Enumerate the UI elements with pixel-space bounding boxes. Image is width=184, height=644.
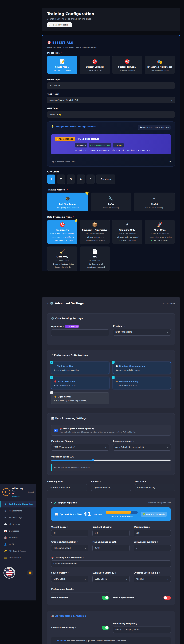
checkbox-unchecked-icon[interactable]: [50, 392, 53, 394]
max-answer-tokens-select[interactable]: 2048 (Recommended) ⌄: [51, 444, 109, 450]
validation-split-slider[interactable]: [51, 460, 171, 460]
sidebar-item-profile[interactable]: 👤 Profile: [0, 541, 36, 548]
help-icon[interactable]: ❓: [66, 189, 68, 191]
sidebar-item-api-keys[interactable]: 🔑 API Keys & Access: [0, 548, 36, 554]
help-icon[interactable]: ?: [63, 326, 64, 328]
help-icon[interactable]: ?: [75, 627, 76, 629]
help-icon[interactable]: ?: [115, 572, 116, 574]
help-icon[interactable]: ?: [157, 541, 158, 543]
gpu-count-2[interactable]: 2: [57, 174, 65, 184]
max-sequence-length-input[interactable]: 2048: [93, 545, 130, 552]
smart-json-splitting-option[interactable]: ✓ ✂️ Smart JSON Answer Splitting Automat…: [51, 425, 171, 436]
opt-flash-attention[interactable]: ✓ ⚡Flash Attention Faster attention comp…: [51, 362, 109, 374]
mixed-precision-toggle[interactable]: [102, 596, 109, 600]
gradient-clipping-input[interactable]: 1.0: [93, 530, 130, 536]
card-full-fine-tuning[interactable]: ⭐ 🎓 Full Fine-Tuning Best quality, most …: [47, 192, 88, 211]
help-icon[interactable]: ❓: [61, 52, 63, 54]
help-icon[interactable]: ?: [67, 526, 68, 528]
enable-ai-monitoring-toggle[interactable]: [102, 626, 109, 630]
sidebar-item-ai-models[interactable]: 🤖 AI Models: [0, 534, 36, 541]
broom-icon: 🧹: [49, 249, 76, 254]
card-custom-bimodal[interactable]: 🎯 Custom Bimodal 2 Separate Models: [80, 56, 110, 74]
opt-liger-kernel[interactable]: 🦁Liger Kernel 5-10% memory savings (expe…: [51, 392, 109, 404]
gpu-count-custom[interactable]: Custom: [96, 174, 115, 184]
card-progressive[interactable]: ⭐ 🎯 Progressive Easy → Hard (Recommended…: [47, 220, 77, 244]
gpu-count-1[interactable]: 1: [47, 174, 55, 184]
sidebar-item-requirements[interactable]: ② Requirements: [0, 508, 36, 514]
help-icon[interactable]: ?: [159, 572, 160, 574]
weight-decay-input[interactable]: 0.1: [51, 530, 88, 536]
bar-chart-icon: 📊: [55, 513, 58, 516]
recommended-gpu-card[interactable]: ⭐ RECOMMENDED 1× A100 80GB Single GPU Fu…: [51, 134, 171, 154]
gradient-accumulation-select[interactable]: 4 (Recommended) ⌄: [51, 545, 88, 552]
sessions-link[interactable]: sessions: [12, 495, 23, 497]
dynamic-batch-tuning-select[interactable]: Adaptive ⌄: [134, 576, 171, 582]
help-icon[interactable]: ?: [68, 572, 69, 574]
theme-toggle-button[interactable]: [27, 570, 33, 576]
precision-select[interactable]: BF16 (A100/H100) ⌄: [113, 329, 171, 336]
card-custom-trimodal[interactable]: 🎯 Custom Trimodal 3 Separate Models: [112, 56, 142, 74]
sequence-length-select[interactable]: Auto-Detect (Recommended) ⌄: [113, 444, 171, 450]
lr-scheduler-select[interactable]: Cosine (Recommended) ⌄: [51, 560, 171, 567]
sidebar-item-dashboard[interactable]: 📊 Dashboard: [0, 528, 36, 534]
validation-slider-thumb[interactable]: [92, 459, 95, 461]
evaluation-strategy-select[interactable]: Every Epoch ⌄: [93, 576, 130, 582]
checkbox-checked-icon[interactable]: ✓: [50, 361, 53, 364]
logout-button[interactable]: → Logout: [26, 491, 34, 493]
text-model-select[interactable]: mistralai/Mistral-7B-v0.1 (7B) ⌄: [47, 97, 175, 104]
sidebar-item-build-package[interactable]: ③ Build Package: [0, 514, 36, 521]
checkbox-checked-icon[interactable]: ✓: [50, 376, 53, 379]
help-icon[interactable]: ?: [138, 623, 139, 625]
help-icon[interactable]: ?: [113, 526, 114, 528]
opt-mixed-precision[interactable]: ✓ 🎯Mixed Precision Balance speed & accur…: [51, 377, 109, 389]
checkbox-checked-icon[interactable]: ✓: [54, 429, 58, 432]
card-chunking-only[interactable]: ⚡ Chunking Only Fast, 100K+ samples ✓Cle…: [112, 220, 142, 244]
monitoring-frequency-select[interactable]: Every 100 Steps (Default) ⌄: [113, 626, 171, 633]
learning-rate-select[interactable]: 2e-5 (Recommended) ⌄: [47, 484, 87, 491]
optimizer-select[interactable]: ⌄: [51, 330, 109, 336]
card-all-at-once[interactable]: 🚀 All at Once Simple, <10K samples ✓Clea…: [145, 220, 175, 244]
help-icon[interactable]: ?: [118, 541, 118, 543]
card-single-model[interactable]: 📝 Single Model Text, Vision, or Audio: [47, 56, 77, 74]
data-augmentation-toggle[interactable]: [163, 596, 171, 600]
help-icon[interactable]: ?: [147, 481, 148, 482]
checkbox-checked-icon[interactable]: ✓: [112, 361, 115, 364]
gpu-count-3[interactable]: 3: [67, 174, 75, 184]
advanced-settings-header[interactable]: ▼ ⚙️ Advanced Settings Click to collapse: [47, 302, 175, 305]
help-icon[interactable]: ?: [124, 325, 125, 327]
sidebar-item-training-configuration[interactable]: ① Training Configuration: [0, 501, 36, 508]
help-icon[interactable]: ?: [83, 557, 83, 559]
expert-options-header[interactable]: ▼ 🧪 Expert Options Advanced hyperparamet…: [51, 502, 171, 504]
card-lora[interactable]: 🔧 LoRA Faster, less memory: [91, 192, 131, 211]
help-icon[interactable]: ?: [100, 481, 101, 482]
sidebar-item-subscription[interactable]: 💳 Subscription: [0, 554, 36, 561]
help-icon[interactable]: ?: [151, 526, 152, 528]
help-icon[interactable]: ❓: [73, 216, 75, 218]
gpu-count-4[interactable]: 4: [77, 174, 85, 184]
opt-dynamic-padding[interactable]: ✓ 📦Dynamic Padding Optimize batch effici…: [113, 377, 171, 389]
epochs-select[interactable]: 3 (Recommended) ⌄: [91, 484, 131, 491]
top5-gpus-toggle[interactable]: Top 5 Recommended GPUs ▼: [51, 158, 171, 163]
opt-gradient-checkpointing[interactable]: ✓ 💾Gradient Checkpointing Save memory, s…: [113, 362, 171, 374]
model-type-select[interactable]: Text Model ⌄: [47, 82, 175, 89]
card-clean-only[interactable]: 🧹 Clean Only Pre-ordered data ✓Cleans wi…: [47, 246, 77, 271]
help-icon[interactable]: ?: [74, 440, 75, 442]
help-icon[interactable]: ?: [133, 440, 134, 442]
save-strategy-select[interactable]: Every Epoch ⌄: [51, 576, 88, 582]
card-chunked-progressive[interactable]: 📦 Chunked + Progressive Best for 50K+ sa…: [80, 220, 110, 244]
help-icon[interactable]: ?: [77, 541, 78, 543]
card-raw[interactable]: 📄 Raw No processing ✓No changes at all ✓…: [80, 246, 110, 271]
warmup-steps-input[interactable]: 500: [134, 530, 171, 536]
chevron-down-icon: ⌄: [84, 547, 86, 549]
help-icon[interactable]: ?: [64, 481, 65, 482]
checkbox-checked-icon[interactable]: ✓: [112, 376, 115, 379]
dataloader-workers-input[interactable]: 8: [134, 545, 171, 552]
clear-all-button[interactable]: 🧹 Clear All Selections: [47, 22, 72, 27]
chevron-down-icon: ⌄: [84, 578, 86, 580]
card-qlora[interactable]: ⚡ QLoRA Fastest, least memory: [134, 192, 175, 211]
gpu-type-select[interactable]: H200 ×1 ⭐ ⌄: [47, 111, 175, 118]
max-steps-select[interactable]: Auto (Use Epochs) ⌄: [135, 484, 175, 491]
sidebar-item-cloud-deploy[interactable]: ☁️ Cloud Deploy: [0, 521, 36, 528]
card-integrated-multimodal[interactable]: 🎭 Integrated Multimodal Pre-trained from…: [145, 56, 175, 74]
gpu-count-8[interactable]: 8: [86, 174, 95, 184]
